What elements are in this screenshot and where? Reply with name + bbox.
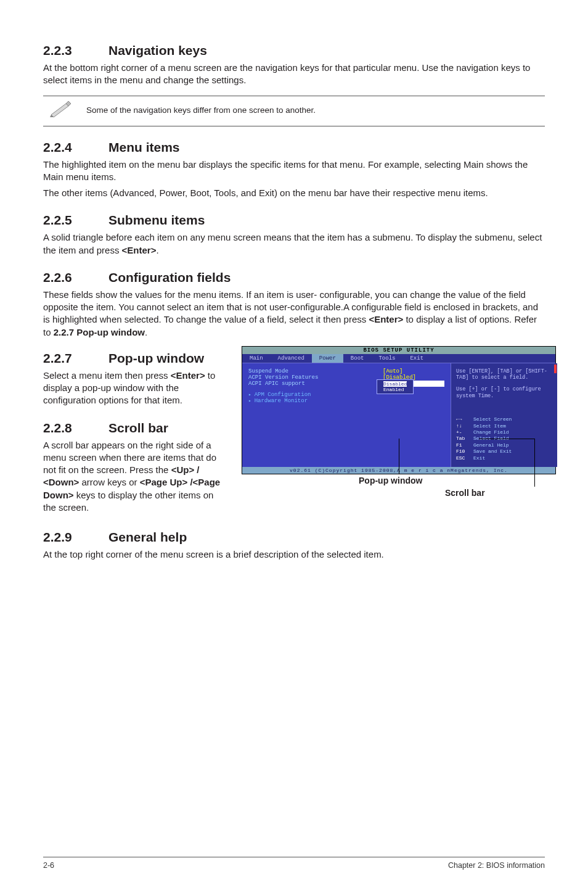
bios-popup-window: Disabled Enabled: [377, 379, 414, 394]
key-desc: Change Field: [473, 429, 509, 435]
bios-help-text: Use [+] or [-] to configure system Time.: [456, 386, 550, 399]
bios-field-label: ACPI Version Features: [248, 374, 383, 381]
page-footer: 2-6 Chapter 2: BIOS information: [43, 857, 545, 870]
note-pen-icon: [43, 100, 79, 121]
bios-menubar: Main Advanced Power Boot Tools Exit: [242, 354, 555, 363]
key: F1: [456, 442, 473, 448]
bios-scrollbar[interactable]: [553, 363, 557, 467]
callout-line: [399, 439, 399, 474]
heading-2-2-9: 2.2.9General help: [43, 530, 545, 545]
run: .: [156, 245, 158, 255]
secnum: 2.2.7: [43, 351, 108, 366]
bios-field-row[interactable]: ACPI APIC support [Enabled]: [248, 381, 444, 387]
para: Select a menu item then press <Enter> to…: [43, 369, 228, 407]
key-desc: General Help: [473, 442, 509, 448]
bios-popup-option[interactable]: Disabled: [383, 381, 407, 387]
sectitle: Navigation keys: [108, 43, 207, 57]
callout-labels: Pop-up window Scroll bar: [242, 474, 556, 511]
key-desc: Exit: [473, 455, 485, 461]
bios-menu-main[interactable]: Main: [242, 354, 271, 363]
bios-menu-tools[interactable]: Tools: [371, 354, 402, 363]
secnum: 2.2.8: [43, 421, 108, 435]
key: ESC: [456, 455, 473, 461]
bios-submenu-item[interactable]: APM Configuration: [248, 392, 444, 398]
bios-field-row[interactable]: Suspend Mode [Auto]: [248, 368, 444, 374]
heading-2-2-4: 2.2.4Menu items: [43, 140, 545, 155]
secnum: 2.2.4: [43, 140, 108, 155]
secnum: 2.2.6: [43, 270, 108, 285]
heading-2-2-8: 2.2.8Scroll bar: [43, 421, 228, 435]
bios-help-pane: Use [ENTER], [TAB] or [SHIFT-TAB] to sel…: [451, 363, 555, 467]
bios-popup-option[interactable]: Enabled: [383, 387, 407, 392]
page-number: 2-6: [43, 861, 54, 870]
run: arrow keys or: [79, 477, 139, 487]
run: Select a menu item then press: [43, 370, 171, 381]
keycap: <Enter>: [369, 314, 403, 324]
key-desc: Save and Exit: [473, 448, 512, 455]
callout-scroll-label: Scroll bar: [445, 488, 485, 498]
note-block: Some of the navigation keys differ from …: [43, 96, 545, 126]
para: At the top right corner of the menu scre…: [43, 548, 545, 561]
callout-line: [479, 439, 534, 439]
heading-2-2-3: 2.2.3Navigation keys: [43, 43, 545, 58]
heading-2-2-5: 2.2.5Submenu items: [43, 213, 545, 228]
bios-field-label: Suspend Mode: [248, 368, 383, 374]
bios-menu-power[interactable]: Power: [312, 354, 343, 363]
secnum: 2.2.5: [43, 213, 108, 228]
sectitle: Scroll bar: [108, 421, 168, 435]
para: The highlighted item on the menu bar dis…: [43, 159, 545, 184]
bios-title: BIOS SETUP UTILITY: [242, 347, 555, 354]
bios-field-row[interactable]: ACPI Version Features [Disabled]: [248, 374, 444, 381]
bios-menu-boot[interactable]: Boot: [343, 354, 372, 363]
keycap: <Enter>: [122, 245, 157, 255]
bios-submenu-item[interactable]: Hardware Monitor: [248, 398, 444, 404]
callout-line: [534, 439, 535, 487]
sectitle: Configuration fields: [108, 270, 231, 284]
heading-2-2-7: 2.2.7Pop-up window: [43, 351, 228, 366]
secnum: 2.2.3: [43, 43, 108, 58]
note-text: Some of the navigation keys differ from …: [79, 105, 316, 116]
sectitle: Submenu items: [108, 213, 205, 227]
key: F10: [456, 448, 473, 455]
run: .: [145, 327, 147, 337]
bios-menu-exit[interactable]: Exit: [402, 354, 431, 363]
heading-2-2-6: 2.2.6Configuration fields: [43, 270, 545, 285]
keycap: <Enter>: [171, 370, 205, 381]
secnum: 2.2.9: [43, 530, 108, 545]
para: At the bottom right corner of a menu scr…: [43, 62, 545, 87]
para: A solid triangle before each item on any…: [43, 231, 545, 257]
sectitle: General help: [108, 530, 187, 544]
para: The other items (Advanced, Power, Boot, …: [43, 187, 545, 199]
run: A solid triangle before each item on any…: [43, 232, 542, 255]
key: +-: [456, 429, 473, 435]
sectitle: Menu items: [108, 140, 180, 154]
key: Tab: [456, 435, 473, 442]
key: ←→: [456, 416, 473, 423]
bios-field-value: [Auto]: [383, 368, 444, 374]
key-desc: Select Screen: [473, 416, 512, 423]
bios-scroll-thumb[interactable]: [554, 365, 557, 373]
bios-field-label: ACPI APIC support: [248, 381, 383, 387]
bios-main-pane: Suspend Mode [Auto] ACPI Version Feature…: [242, 363, 451, 467]
bios-menu-advanced[interactable]: Advanced: [271, 354, 312, 363]
para: These fields show the values for the men…: [43, 289, 545, 339]
rule: [43, 126, 545, 126]
bios-help-text: Use [ENTER], [TAB] or [SHIFT-TAB] to sel…: [456, 368, 550, 381]
sectitle: Pop-up window: [108, 351, 204, 365]
para: A scroll bar appears on the right side o…: [43, 439, 228, 514]
key-desc: Select Item: [473, 423, 506, 429]
xref: 2.2.7 Pop-up window: [54, 327, 145, 337]
key: ↑↓: [456, 423, 473, 429]
chapter-name: Chapter 2: BIOS information: [448, 861, 545, 870]
callout-popup-label: Pop-up window: [359, 476, 422, 485]
